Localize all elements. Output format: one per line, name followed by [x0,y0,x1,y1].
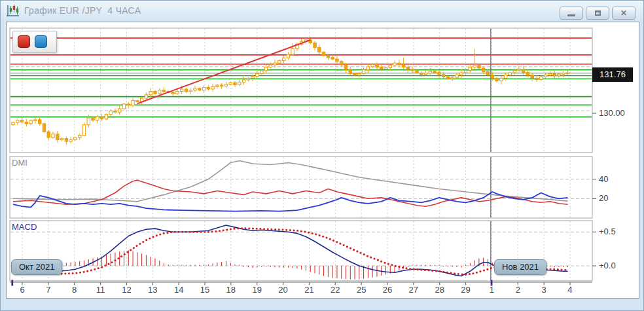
x-tick-label: 22 [325,285,345,295]
dmi-tick-label: 20 [599,193,608,203]
x-tick-label: 21 [299,285,319,295]
x-tick-label: 4 [560,285,580,295]
x-tick-label: 14 [169,285,188,295]
current-price-box: 131.76 [592,67,633,82]
macd-label: MACD [12,222,37,232]
x-tick-label: 2 [508,285,528,295]
chart-window: График EUR /JPY 4 ЧАСА ✕ DMI MACD Окт 20… [0,0,644,311]
x-tick-label: 18 [221,285,241,295]
dmi-tick-label: 40 [599,174,608,184]
x-tick-label: 29 [456,285,476,295]
x-tick-label: 26 [378,285,397,295]
month-badge-nov: Нов 2021 [494,259,546,275]
price-panel[interactable] [10,28,592,153]
x-tick-label: 15 [195,285,215,295]
x-tick-label: 12 [116,285,136,295]
x-tick-label: 27 [404,285,423,295]
x-tick-label: 28 [430,285,450,295]
chart-toolbar [12,31,57,53]
dmi-label: DMI [12,158,27,168]
x-tick-label: 7 [39,285,58,295]
x-tick-label: 11 [91,285,111,295]
blue-marker-button[interactable] [35,35,47,48]
month-badge-oct: Окт 2021 [11,259,62,275]
x-tick-label: 19 [247,285,267,295]
x-tick-label: 1 [482,285,501,295]
chart-plot[interactable] [1,1,644,311]
x-tick-label: 13 [143,285,162,295]
x-tick-label: 8 [65,285,84,295]
x-tick-label: 25 [351,285,371,295]
red-marker-button[interactable] [18,35,30,48]
price-tick-label: 130.00 [599,108,625,118]
macd-tick-label: +0.5 [599,227,616,236]
macd-tick-label: +0.0 [599,261,616,270]
y-axis-ticks [592,113,596,266]
x-tick-label: 20 [274,285,293,295]
x-tick-label: 3 [534,285,554,295]
x-tick-label: 6 [12,285,32,295]
